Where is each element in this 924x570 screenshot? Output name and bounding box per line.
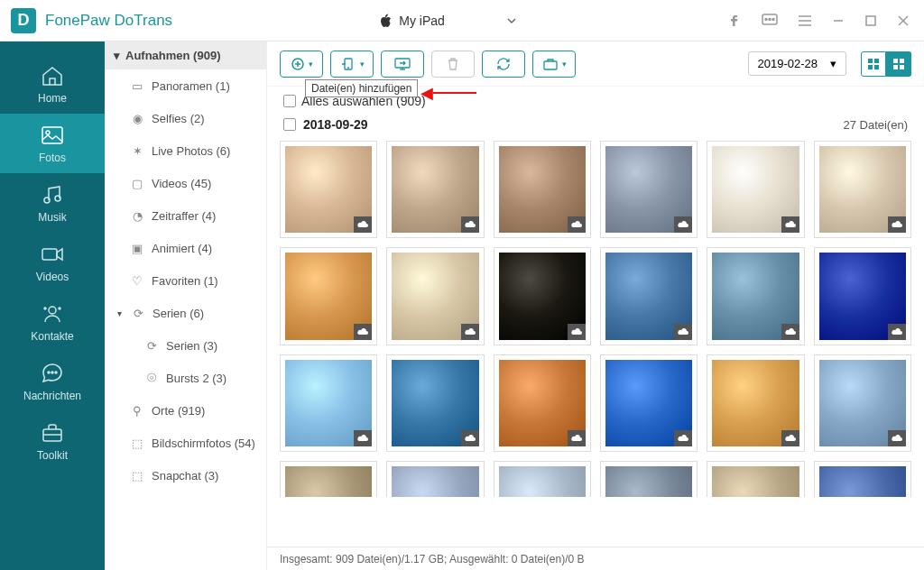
select-all-checkbox[interactable]	[283, 95, 296, 107]
sidebar: ▾ Aufnahmen (909) ▭Panoramen (1)◉Selfies…	[105, 41, 267, 570]
sidebar-item[interactable]: ▭Panoramen (1)	[105, 69, 266, 102]
menu-icon[interactable]	[794, 11, 816, 31]
photo-thumbnail[interactable]	[494, 141, 591, 238]
photo-thumbnail[interactable]	[600, 141, 698, 238]
photo-icon	[40, 124, 65, 146]
group-checkbox[interactable]	[283, 118, 296, 131]
photo-thumbnail[interactable]	[386, 354, 484, 452]
export-pc-button[interactable]	[381, 51, 424, 78]
sidebar-item[interactable]: ⦾Bursts 2 (3)	[105, 362, 266, 394]
feedback-icon[interactable]	[758, 10, 781, 32]
add-button[interactable]: ▾	[280, 51, 323, 78]
view-small-grid[interactable]	[861, 51, 886, 77]
sidebar-item[interactable]: ▣Animiert (4)	[105, 232, 266, 264]
photo-thumbnail[interactable]	[814, 247, 911, 345]
messages-icon	[40, 363, 65, 384]
app-title: FonePaw DoTrans	[45, 12, 172, 30]
photo-thumbnail[interactable]	[600, 247, 698, 345]
sidebar-item[interactable]: ▾⟳Serien (6)	[105, 297, 266, 329]
thumbnail-area[interactable]	[267, 137, 924, 547]
photo-thumbnail[interactable]	[494, 354, 591, 452]
sidebar-item[interactable]: ⬚Snapchat (3)	[105, 459, 266, 492]
delete-button[interactable]	[431, 51, 475, 78]
cloud-icon	[568, 430, 586, 446]
svg-point-21	[55, 372, 57, 373]
cloud-icon	[674, 324, 692, 340]
close-button[interactable]	[893, 11, 913, 31]
photo-thumbnail[interactable]	[386, 461, 484, 497]
main-panel: ▾ ▾ ▾ Datei(en) hinzufügen ◀	[267, 41, 924, 570]
sidebar-item[interactable]: ⟳Serien (3)	[105, 329, 266, 362]
cloud-icon	[781, 216, 799, 233]
svg-rect-38	[900, 59, 904, 63]
cloud-icon	[568, 324, 586, 340]
view-toggle	[861, 51, 911, 77]
sidebar-item[interactable]: ✶Live Photos (6)	[105, 134, 266, 167]
nav-fotos[interactable]: Fotos	[0, 114, 105, 173]
sidebar-item[interactable]: ⬚Bildschirmfotos (54)	[105, 427, 266, 459]
view-large-grid[interactable]	[886, 51, 911, 77]
svg-point-17	[44, 308, 46, 309]
sidebar-item[interactable]: ♡Favoriten (1)	[105, 264, 266, 297]
chevron-down-icon: ▾	[562, 60, 567, 69]
date-filter[interactable]: 2019-02-28 ▾	[748, 51, 847, 76]
photo-thumbnail[interactable]	[280, 354, 377, 452]
window-controls	[724, 10, 913, 32]
nav-nachrichten[interactable]: Nachrichten	[0, 352, 105, 411]
cloud-icon	[461, 430, 479, 446]
photo-thumbnail[interactable]	[494, 461, 591, 497]
chevron-down-icon	[506, 17, 517, 24]
maximize-button[interactable]	[861, 11, 881, 31]
caret-down-icon: ▾	[830, 57, 836, 70]
caret-down-icon: ▾	[114, 49, 120, 62]
photo-thumbnail[interactable]	[814, 354, 911, 452]
photo-thumbnail[interactable]	[494, 247, 591, 345]
photo-thumbnail[interactable]	[280, 461, 377, 497]
photo-thumbnail[interactable]	[600, 354, 698, 452]
photo-thumbnail[interactable]	[280, 141, 377, 238]
nav-kontakte[interactable]: Kontakte	[0, 292, 105, 352]
svg-rect-40	[900, 65, 904, 69]
sidebar-header[interactable]: ▾ Aufnahmen (909)	[105, 41, 266, 69]
photo-thumbnail[interactable]	[280, 247, 377, 345]
cloud-icon	[781, 430, 799, 446]
status-bar: Insgesamt: 909 Datei(en)/1.17 GB; Ausgew…	[267, 547, 924, 570]
svg-rect-33	[868, 59, 873, 63]
photo-thumbnail[interactable]	[386, 141, 484, 238]
photo-thumbnail[interactable]	[600, 461, 698, 497]
toolkit-icon	[40, 422, 65, 444]
svg-point-16	[49, 307, 56, 314]
nav-musik[interactable]: Musik	[0, 173, 105, 233]
device-selector[interactable]: My iPad	[363, 10, 533, 32]
svg-rect-35	[868, 65, 873, 69]
category-icon: ⦾	[144, 371, 159, 385]
photo-thumbnail[interactable]	[707, 354, 804, 452]
photo-thumbnail[interactable]	[386, 247, 484, 345]
export-device-button[interactable]: ▾	[330, 51, 374, 78]
refresh-button[interactable]	[482, 51, 525, 78]
photo-thumbnail[interactable]	[707, 461, 804, 497]
app-logo-icon: D	[11, 8, 36, 33]
nav-home[interactable]: Home	[0, 54, 105, 114]
sidebar-item[interactable]: ◔Zeitraffer (4)	[105, 199, 266, 232]
sidebar-item[interactable]: ◉Selfies (2)	[105, 102, 266, 134]
photo-thumbnail[interactable]	[814, 141, 911, 238]
photo-thumbnail[interactable]	[814, 461, 911, 497]
group-header: 2018-09-29 27 Datei(en)	[267, 112, 924, 137]
photo-thumbnail[interactable]	[707, 247, 804, 345]
svg-point-12	[46, 131, 50, 134]
sidebar-item[interactable]: ▢Videos (45)	[105, 167, 266, 199]
status-text: Insgesamt: 909 Datei(en)/1.17 GB; Ausgew…	[280, 553, 585, 565]
sidebar-item[interactable]: ⚲Orte (919)	[105, 394, 266, 427]
video-icon	[40, 244, 65, 265]
minimize-button[interactable]	[828, 11, 848, 31]
facebook-icon[interactable]	[724, 10, 745, 32]
photo-thumbnail[interactable]	[707, 141, 804, 238]
nav-videos[interactable]: Videos	[0, 233, 105, 292]
category-icon: ✶	[130, 143, 144, 158]
add-tooltip: Datei(en) hinzufügen	[305, 79, 418, 97]
album-button[interactable]: ▾	[532, 51, 576, 78]
svg-rect-37	[893, 59, 898, 63]
svg-point-3	[772, 18, 774, 20]
nav-toolkit[interactable]: Toolkit	[0, 411, 105, 471]
